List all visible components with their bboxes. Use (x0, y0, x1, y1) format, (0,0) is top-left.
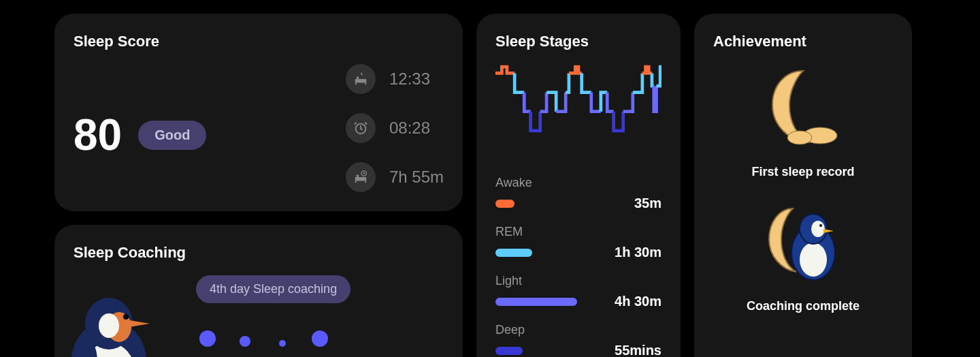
duration-value: 7h 55m (389, 168, 444, 187)
day-col[interactable]: 22 (308, 330, 332, 357)
penguin-moon-badge-icon (755, 198, 851, 287)
svg-point-3 (357, 76, 359, 79)
stage-name: Awake (495, 176, 662, 190)
stage-name: Light (495, 274, 662, 288)
bedtime-value: 12:33 (389, 69, 430, 89)
sleep-score-card: Sleep Score 80 Good (54, 14, 463, 211)
svg-rect-7 (355, 181, 357, 183)
duration-row: 7h 55m (346, 162, 444, 192)
day-col[interactable]: 21 (271, 340, 295, 357)
svg-rect-0 (355, 79, 367, 83)
sleep-coaching-card: Sleep Coaching 4th day Sleep coaching 6/… (54, 225, 463, 357)
stage-pill-icon (495, 298, 577, 306)
day-dot-icon (199, 330, 216, 347)
score-rating-badge: Good (138, 121, 206, 150)
stage-name: Deep (495, 323, 662, 337)
stage-item-awake: Awake 35m (495, 176, 662, 211)
svg-point-18 (787, 131, 812, 144)
achievement-card: Achievement First sleep record (694, 14, 912, 357)
svg-rect-8 (365, 181, 366, 183)
achievement-label: First sleep record (751, 165, 854, 179)
moon-badge-icon (755, 64, 851, 153)
bed-moon-icon (346, 64, 376, 94)
sleep-stages-card: Sleep Stages Awake 35m REM (476, 14, 681, 357)
stage-value: 4h 30m (615, 294, 662, 309)
day-dot-icon (391, 340, 398, 347)
day-dot-icon (240, 336, 250, 347)
bed-clock-icon (346, 162, 376, 192)
day-col[interactable]: 24 (382, 340, 406, 357)
day-col[interactable]: 20 (233, 336, 257, 357)
stage-name: REM (495, 225, 662, 239)
day-dot-icon (312, 330, 328, 347)
svg-rect-2 (365, 83, 366, 85)
alarm-clock-icon (346, 113, 376, 143)
day-col[interactable]: 25 (420, 340, 444, 357)
stage-value: 55mins (615, 343, 662, 357)
achievement-item[interactable]: First sleep record (713, 64, 893, 179)
day-dot-icon (279, 340, 286, 347)
score-value: 80 (74, 113, 122, 157)
stage-item-deep: Deep 55mins (495, 323, 662, 357)
stages-chart (495, 64, 662, 153)
svg-point-22 (811, 221, 825, 237)
stage-item-light: Light 4h 30m (495, 274, 662, 309)
sleep-score-title: Sleep Score (74, 33, 444, 50)
day-col[interactable]: 6/19 (196, 330, 220, 357)
svg-point-15 (123, 314, 129, 320)
day-col[interactable]: 23 (345, 340, 369, 357)
day-dot-icon (429, 340, 436, 347)
stages-title: Sleep Stages (495, 33, 662, 50)
stage-value: 1h 30m (615, 245, 662, 260)
penguin-mascot-icon (61, 293, 157, 357)
stage-value: 35m (634, 196, 662, 211)
stage-pill-icon (495, 249, 532, 257)
svg-point-14 (99, 313, 119, 338)
achievement-item[interactable]: Coaching complete (713, 198, 893, 313)
svg-rect-1 (355, 83, 357, 85)
stage-pill-icon (495, 200, 514, 208)
svg-point-23 (819, 224, 822, 227)
svg-point-9 (357, 174, 359, 177)
waketime-value: 08:28 (389, 119, 430, 138)
stage-pill-icon (495, 347, 523, 355)
coaching-days-row: 6/19 20 21 22 23 (196, 330, 444, 357)
waketime-row: 08:28 (346, 113, 444, 143)
achievement-title: Achievement (713, 33, 893, 50)
coaching-day-badge: 4th day Sleep coaching (196, 275, 350, 303)
coaching-title: Sleep Coaching (74, 244, 444, 262)
svg-rect-6 (355, 177, 367, 181)
svg-point-20 (800, 243, 827, 277)
day-dot-icon (354, 340, 361, 347)
bedtime-row: 12:33 (346, 64, 444, 94)
achievement-label: Coaching complete (747, 299, 860, 313)
stage-item-rem: REM 1h 30m (495, 225, 662, 260)
